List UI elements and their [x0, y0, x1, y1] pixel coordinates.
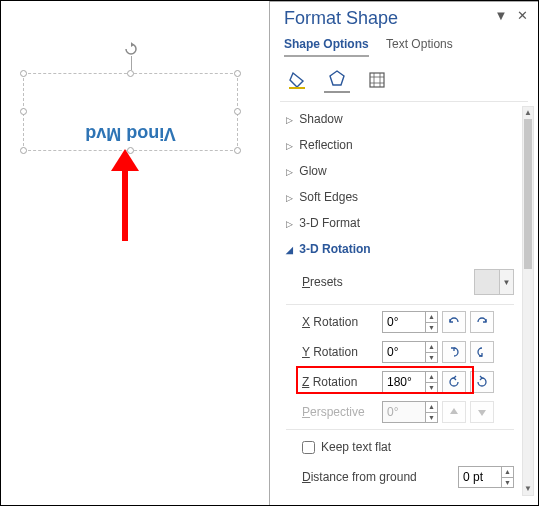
resize-handle[interactable] [20, 70, 27, 77]
rotation-handle-icon[interactable] [123, 42, 139, 56]
spin-up-icon[interactable]: ▲ [426, 372, 437, 383]
tab-text-options[interactable]: Text Options [386, 33, 453, 55]
resize-handle[interactable] [127, 70, 134, 77]
perspective-input: ▲▼ [382, 401, 438, 423]
section-shadow[interactable]: ▷ Shadow [276, 106, 520, 132]
spin-down-icon[interactable]: ▼ [426, 323, 437, 333]
perspective-label: Perspective [302, 405, 382, 419]
spin-down-icon[interactable]: ▼ [502, 478, 513, 488]
svg-rect-2 [370, 73, 384, 87]
spin-up-icon[interactable]: ▲ [426, 342, 437, 353]
y-rotation-label: Y Rotation [302, 345, 382, 359]
resize-handle[interactable] [20, 147, 27, 154]
panel-menu-icon[interactable]: ▼ [495, 8, 508, 23]
rotate-x-right-icon[interactable] [470, 311, 494, 333]
selected-textbox[interactable]: Vinod Mvd [23, 73, 238, 151]
svg-rect-0 [289, 87, 305, 89]
format-shape-panel: Format Shape ▼ ✕ Shape Options Text Opti… [269, 1, 539, 506]
distance-input[interactable]: ▲▼ [458, 466, 514, 488]
panel-title: Format Shape [284, 8, 398, 29]
presets-dropdown-icon[interactable]: ▼ [500, 269, 514, 295]
resize-handle[interactable] [20, 108, 27, 115]
svg-marker-1 [330, 71, 344, 85]
panel-tabs: Shape Options Text Options [270, 29, 538, 57]
tab-shape-options[interactable]: Shape Options [284, 33, 369, 57]
rotate-z-ccw-icon[interactable] [442, 371, 466, 393]
y-rotation-input[interactable]: ▲▼ [382, 341, 438, 363]
perspective-down-icon [470, 401, 494, 423]
panel-scrollbar[interactable]: ▲ ▼ [522, 106, 534, 496]
section-reflection[interactable]: ▷ Reflection [276, 132, 520, 158]
resize-handle[interactable] [234, 147, 241, 154]
presets-button[interactable] [474, 269, 500, 295]
section-glow[interactable]: ▷ Glow [276, 158, 520, 184]
annotation-arrow [111, 149, 139, 241]
keep-text-flat-label: Keep text flat [321, 440, 391, 454]
effects-icon[interactable] [324, 67, 350, 93]
z-rotation-label: Z Rotation [302, 375, 382, 389]
rotation-stem [131, 56, 132, 70]
x-rotation-label: X Rotation [302, 315, 382, 329]
section-3d-rotation[interactable]: ◢ 3-D Rotation [276, 236, 520, 262]
resize-handle[interactable] [234, 70, 241, 77]
section-3d-format[interactable]: ▷ 3-D Format [276, 210, 520, 236]
size-properties-icon[interactable] [364, 67, 390, 93]
rotate-x-left-icon[interactable] [442, 311, 466, 333]
document-canvas[interactable]: Vinod Mvd [1, 1, 269, 506]
section-soft-edges[interactable]: ▷ Soft Edges [276, 184, 520, 210]
x-rotation-input[interactable]: ▲▼ [382, 311, 438, 333]
z-rotation-input[interactable]: ▲▼ [382, 371, 438, 393]
scroll-up-icon[interactable]: ▲ [523, 107, 533, 119]
spin-up-icon[interactable]: ▲ [426, 312, 437, 323]
scroll-down-icon[interactable]: ▼ [523, 483, 533, 495]
fill-line-icon[interactable] [284, 67, 310, 93]
keep-text-flat-checkbox[interactable] [302, 441, 315, 454]
rotate-y-down-icon[interactable] [470, 341, 494, 363]
panel-close-icon[interactable]: ✕ [517, 8, 528, 23]
presets-label: Presets [302, 275, 382, 289]
resize-handle[interactable] [234, 108, 241, 115]
spin-down-icon[interactable]: ▼ [426, 353, 437, 363]
distance-label: Distance from ground [302, 470, 432, 484]
spin-up-icon[interactable]: ▲ [502, 467, 513, 478]
rotate-z-cw-icon[interactable] [470, 371, 494, 393]
perspective-up-icon [442, 401, 466, 423]
rotate-y-up-icon[interactable] [442, 341, 466, 363]
spin-down-icon[interactable]: ▼ [426, 383, 437, 393]
textbox-content: Vinod Mvd [24, 123, 237, 144]
scroll-thumb[interactable] [524, 119, 532, 269]
